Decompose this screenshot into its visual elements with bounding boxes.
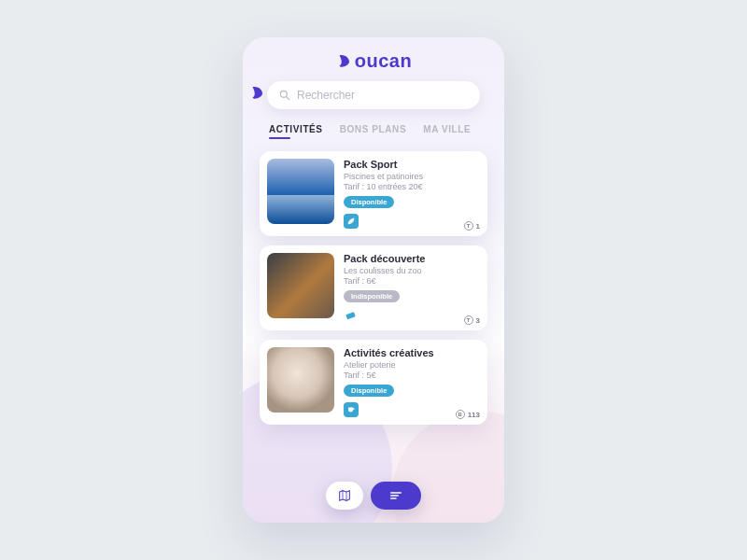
card-counter: T 3 <box>464 315 480 325</box>
map-view-button[interactable] <box>326 482 363 510</box>
list-view-button[interactable] <box>371 482 421 510</box>
card-thumbnail <box>267 253 334 318</box>
counter-value: 3 <box>476 316 480 325</box>
svg-point-0 <box>280 91 287 97</box>
card-counter: B 113 <box>456 410 480 419</box>
tab-ma-ville[interactable]: MA VILLE <box>423 124 471 134</box>
card-subtitle: Atelier poterie <box>344 360 480 370</box>
svg-line-1 <box>287 97 289 100</box>
counter-icon: B <box>456 410 465 419</box>
cup-icon <box>344 402 359 417</box>
card-thumbnail <box>267 347 334 413</box>
card-counter: T 1 <box>464 221 480 231</box>
card-title: Pack Sport <box>344 159 480 170</box>
card-info: Activités créatives Atelier poterie Tari… <box>344 347 480 417</box>
search-row: Rechercher <box>243 77 504 115</box>
card-tarif: Tarif : 6€ <box>344 276 480 286</box>
status-badge: Disponible <box>344 196 394 208</box>
activity-card[interactable]: Pack découverte Les coulisses du zoo Tar… <box>260 245 487 330</box>
card-subtitle: Les coulisses du zoo <box>344 266 480 275</box>
svg-rect-2 <box>345 312 356 319</box>
brand-logo: oucan <box>243 37 504 77</box>
search-input[interactable]: Rechercher <box>267 81 480 109</box>
toucan-icon <box>335 53 352 70</box>
ticket-icon <box>344 308 359 323</box>
leaf-icon <box>344 214 359 229</box>
counter-value: 113 <box>468 411 480 419</box>
status-badge: Disponible <box>344 385 394 397</box>
phone-frame: oucan Rechercher ACTIVITÉS BONS PLANS MA… <box>243 37 504 523</box>
search-placeholder: Rechercher <box>297 89 355 102</box>
tab-bons-plans[interactable]: BONS PLANS <box>340 124 407 134</box>
tab-activites[interactable]: ACTIVITÉS <box>269 124 323 134</box>
tabs: ACTIVITÉS BONS PLANS MA VILLE <box>243 115 504 138</box>
card-subtitle: Piscines et patinoires <box>344 172 480 181</box>
tab-label: MA VILLE <box>423 124 471 134</box>
card-tarif: Tarif : 5€ <box>344 371 480 380</box>
card-info: Pack Sport Piscines et patinoires Tarif … <box>344 159 480 229</box>
card-title: Activités créatives <box>344 347 480 358</box>
list-icon <box>388 487 404 504</box>
brand-text: oucan <box>355 50 412 72</box>
tab-label: ACTIVITÉS <box>269 124 323 134</box>
card-tarif: Tarif : 10 entrées 20€ <box>344 182 480 191</box>
map-icon <box>337 488 352 503</box>
counter-value: 1 <box>476 222 480 231</box>
card-title: Pack découverte <box>344 253 480 264</box>
bottom-bar <box>326 482 421 510</box>
hint-badge[interactable] <box>248 85 265 102</box>
status-badge: Indisponible <box>344 290 400 302</box>
activity-card[interactable]: Activités créatives Atelier poterie Tari… <box>260 340 487 425</box>
tab-label: BONS PLANS <box>340 124 407 134</box>
counter-icon: T <box>464 221 473 231</box>
counter-icon: T <box>464 315 473 325</box>
search-icon <box>278 89 291 102</box>
card-thumbnail <box>267 159 334 224</box>
card-list: Pack Sport Piscines et patinoires Tarif … <box>243 138 504 481</box>
activity-card[interactable]: Pack Sport Piscines et patinoires Tarif … <box>260 151 487 236</box>
card-info: Pack découverte Les coulisses du zoo Tar… <box>344 253 480 323</box>
